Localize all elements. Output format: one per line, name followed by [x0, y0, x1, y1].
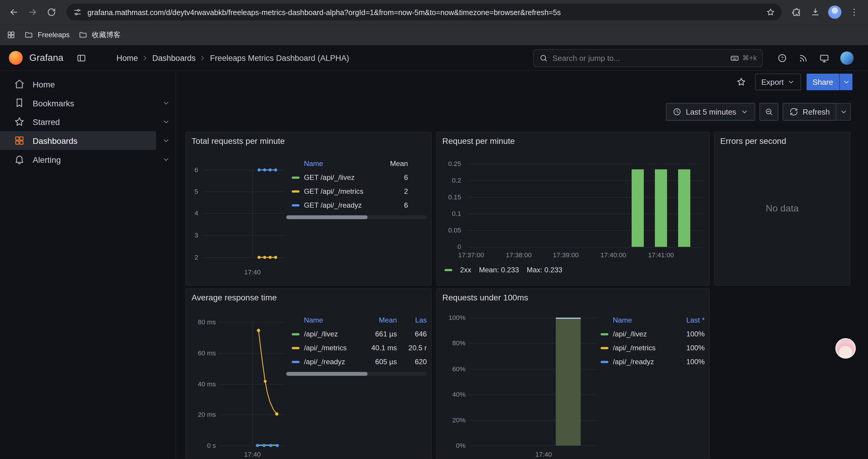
expand-starred-button[interactable]	[156, 112, 176, 131]
x-tick: 17:40	[240, 268, 265, 276]
share-button[interactable]: Share	[806, 73, 852, 90]
panel-title[interactable]: Request per minute	[442, 136, 515, 145]
browser-menu-button[interactable]	[846, 4, 862, 21]
browser-profile-avatar[interactable]	[828, 6, 841, 19]
legend-scrollbar-thumb[interactable]	[286, 372, 368, 376]
legend-col-mean[interactable]: Mean	[380, 160, 408, 168]
time-range-picker[interactable]: Last 5 minutes	[666, 103, 755, 121]
series-mean: 6	[380, 201, 408, 209]
legend-scrollbar-thumb[interactable]	[286, 215, 368, 219]
svg-text:?: ?	[781, 55, 783, 60]
series-name[interactable]: /api/_/readyz	[304, 357, 362, 366]
p2-bar	[632, 169, 644, 247]
y-tick: 40 ms	[186, 380, 216, 388]
sidebar-item-starred[interactable]: Starred	[0, 112, 176, 131]
legend-col-name[interactable]: Name	[291, 316, 361, 324]
legend-col-name[interactable]: Name	[601, 316, 678, 324]
sidebar-item-alerting[interactable]: Alerting	[0, 150, 176, 169]
y-tick: 0%	[437, 441, 465, 450]
sidebar-item-home[interactable]: Home	[0, 75, 176, 94]
breadcrumb-current: Freeleaps Metrics Dashboard (ALPHA)	[210, 54, 349, 62]
y-tick: 2	[186, 253, 198, 262]
apps-grid-icon[interactable]	[6, 30, 16, 39]
panel-title[interactable]: Requests under 100ms	[442, 293, 528, 302]
expand-bookmarks-button[interactable]	[156, 94, 176, 112]
breadcrumb-dashboards[interactable]: Dashboards	[152, 54, 196, 62]
grafana-logo[interactable]	[9, 51, 23, 65]
legend-row: /api/_/metrics 100%	[601, 341, 705, 355]
series-name[interactable]: GET /api/_/livez	[304, 173, 380, 182]
downloads-button[interactable]	[807, 4, 824, 21]
expand-alerting-button[interactable]	[156, 150, 176, 169]
bookmark-star-icon[interactable]	[766, 8, 775, 17]
export-button[interactable]: Export	[755, 73, 801, 90]
series-mean: 2	[380, 187, 408, 195]
bookmark-folder-blogs[interactable]: 收藏博客	[79, 30, 121, 40]
p2-bar	[655, 169, 667, 247]
panel-title[interactable]: Average response time	[191, 293, 277, 302]
back-button[interactable]	[6, 4, 22, 21]
legend-row: GET /api/_/readyz 6	[286, 198, 427, 212]
breadcrumb-home[interactable]: Home	[116, 54, 138, 62]
x-tick: 17:39:00	[549, 251, 582, 259]
share-menu-button[interactable]	[839, 73, 852, 90]
refresh-button[interactable]: Refresh	[783, 103, 836, 121]
extensions-button[interactable]	[788, 4, 805, 21]
legend-col-mean[interactable]: Mean	[362, 316, 397, 324]
header-icons: ?	[777, 51, 854, 64]
series-name[interactable]: GET /api/_/readyz	[304, 201, 380, 209]
sidebar-toggle-button[interactable]	[73, 50, 90, 66]
y-tick: 6	[186, 165, 198, 174]
address-bar[interactable]: grafana.mathmast.com/d/deytv4rwavabkb/fr…	[66, 4, 782, 21]
bookmark-icon	[14, 97, 25, 108]
series-mean-stat: Mean: 0.233	[479, 266, 519, 274]
zoom-out-time-button[interactable]	[760, 103, 778, 121]
series-marker	[291, 190, 299, 192]
series-mean: 6	[380, 173, 408, 182]
series-name[interactable]: /api/_/livez	[304, 330, 362, 338]
x-tick: 17:40	[240, 451, 265, 458]
screen: grafana.mathmast.com/d/deytv4rwavabkb/fr…	[0, 0, 868, 459]
forward-button[interactable]	[24, 4, 41, 21]
legend-row: /api/_/readyz 100%	[601, 355, 705, 369]
bookmark-folder-freeleaps[interactable]: Freeleaps	[24, 30, 69, 39]
legend-col-name[interactable]: Name	[291, 160, 380, 168]
site-settings-icon[interactable]	[73, 8, 82, 17]
folder-icon	[79, 30, 88, 39]
grafana-header: Grafana Home Dashboards Freeleaps Metric…	[0, 45, 868, 71]
series-name[interactable]: /api/_/metrics	[304, 344, 362, 352]
monitor-icon[interactable]	[819, 53, 829, 63]
y-tick: 5	[186, 187, 198, 196]
series-name[interactable]: /api/_/livez	[613, 330, 678, 338]
series-marker	[601, 333, 608, 335]
legend-col-last[interactable]: Last *	[678, 316, 705, 324]
sidebar-item-dashboards[interactable]: Dashboards	[0, 131, 176, 150]
help-icon[interactable]: ?	[777, 53, 787, 63]
floating-assistant-avatar[interactable]	[835, 338, 856, 359]
sidebar: Home Bookmarks Starred	[0, 71, 176, 459]
search-input[interactable]	[553, 54, 725, 62]
y-tick: 60%	[437, 365, 465, 374]
sidebar-item-bookmarks[interactable]: Bookmarks	[0, 94, 176, 112]
panel-title[interactable]: Total requests per minute	[191, 136, 285, 145]
series-last: 100%	[678, 330, 705, 338]
reload-button[interactable]	[43, 4, 60, 21]
favorite-dashboard-button[interactable]	[733, 73, 749, 90]
series-name[interactable]: GET /api/_/metrics	[304, 187, 380, 195]
panel-legend: Name Last * /api/_/livez 100% /api/_/met…	[601, 314, 705, 369]
series-name[interactable]: 2xx	[460, 266, 471, 274]
rss-icon[interactable]	[798, 53, 808, 63]
no-data-label: No data	[715, 132, 850, 285]
series-name[interactable]: /api/_/readyz	[613, 357, 678, 366]
series-name[interactable]: /api/_/metrics	[613, 344, 678, 352]
refresh-interval-button[interactable]	[836, 103, 851, 121]
legend-col-last[interactable]: Las	[397, 316, 427, 324]
bookmark-folder-label: 收藏博客	[92, 30, 121, 40]
user-avatar[interactable]	[840, 51, 854, 64]
url-text[interactable]: grafana.mathmast.com/d/deytv4rwavabkb/fr…	[88, 8, 761, 16]
y-tick: 0.15	[437, 193, 461, 201]
search-box[interactable]: ⌘+k	[533, 49, 763, 67]
series-last: 20.5 r	[397, 344, 427, 352]
expand-dashboards-button[interactable]	[156, 131, 176, 150]
y-tick: 3	[186, 231, 198, 239]
